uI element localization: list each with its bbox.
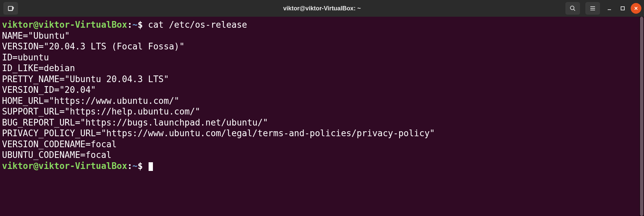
new-tab-button[interactable] — [3, 2, 18, 15]
prompt-separator: : — [127, 161, 133, 171]
output-line: ID_LIKE=debian — [2, 63, 75, 73]
svg-rect-4 — [8, 6, 12, 10]
svg-line-8 — [574, 9, 575, 11]
output-line: VERSION="20.04.3 LTS (Focal Fossa)" — [2, 41, 185, 51]
output-line: UBUNTU_CODENAME=focal — [2, 150, 112, 160]
menu-button[interactable] — [585, 2, 600, 15]
output-line: PRETTY_NAME="Ubuntu 20.04.3 LTS" — [2, 74, 169, 84]
terminal-wrap: viktor@viktor-VirtualBox:~$ cat /etc/os-… — [0, 17, 644, 216]
prompt-path: ~ — [132, 20, 138, 30]
prompt-path: ~ — [132, 161, 138, 171]
terminal-area[interactable]: viktor@viktor-VirtualBox:~$ cat /etc/os-… — [0, 17, 639, 216]
search-button[interactable] — [565, 2, 580, 15]
new-tab-icon — [7, 5, 14, 12]
close-button[interactable] — [631, 3, 641, 14]
output-line: SUPPORT_URL="https://help.ubuntu.com/" — [2, 106, 200, 117]
maximize-button[interactable] — [617, 3, 628, 14]
close-icon — [634, 6, 638, 11]
window-titlebar: viktor@viktor-VirtualBox: ~ — [0, 0, 644, 17]
command-text: cat /etc/os-release — [143, 20, 247, 30]
scrollbar-thumb[interactable] — [640, 17, 643, 216]
command-value: cat /etc/os-release — [148, 20, 247, 30]
titlebar-right-controls — [564, 2, 644, 15]
vertical-scrollbar[interactable] — [639, 17, 644, 216]
minimize-button[interactable] — [604, 3, 615, 14]
output-line: VERSION_ID="20.04" — [2, 85, 96, 95]
prompt-symbol: $ — [138, 20, 143, 30]
output-line: HOME_URL="https://www.ubuntu.com/" — [2, 96, 179, 106]
prompt-separator: : — [127, 20, 133, 30]
search-icon — [570, 5, 576, 11]
svg-point-7 — [570, 6, 574, 10]
minimize-icon — [607, 6, 612, 11]
hamburger-icon — [590, 5, 596, 11]
output-line: BUG_REPORT_URL="https://bugs.launchpad.n… — [2, 118, 268, 128]
svg-rect-13 — [621, 7, 624, 10]
window-title: viktor@viktor-VirtualBox: ~ — [283, 5, 361, 12]
output-line: NAME="Ubuntu" — [2, 31, 70, 41]
output-line: VERSION_CODENAME=focal — [2, 139, 117, 149]
prompt-symbol: $ — [138, 161, 143, 171]
maximize-icon — [620, 6, 625, 11]
output-line: ID=ubuntu — [2, 52, 49, 62]
text-cursor — [149, 162, 153, 171]
output-line: PRIVACY_POLICY_URL="https://www.ubuntu.c… — [2, 128, 435, 138]
prompt-user-host: viktor@viktor-VirtualBox — [2, 20, 127, 30]
titlebar-left-controls — [0, 2, 19, 15]
prompt-user-host: viktor@viktor-VirtualBox — [2, 161, 127, 171]
